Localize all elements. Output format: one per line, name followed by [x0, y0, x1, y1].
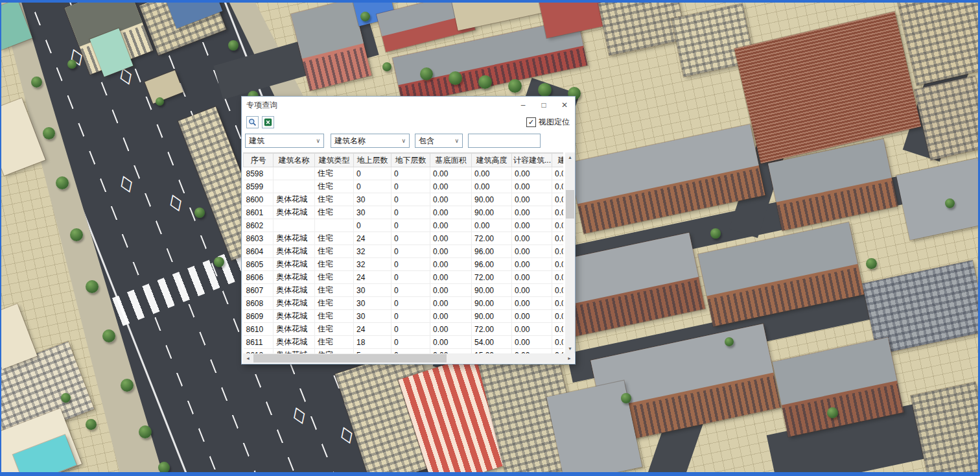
table-row[interactable]: 8610奥体花城住宅2400.0072.000.000.00: [244, 323, 564, 336]
tree: [121, 379, 134, 392]
dialog-titlebar[interactable]: 专项查询 – □ ✕: [242, 97, 575, 113]
table-cell: 0.00: [512, 284, 552, 297]
tree: [360, 12, 370, 21]
column-header[interactable]: 序号: [244, 154, 274, 167]
tree: [420, 67, 433, 80]
table-cell: 住宅: [315, 206, 354, 219]
view-locate-checkbox[interactable]: ✓ 视图定位: [526, 113, 570, 131]
table-cell: [274, 167, 315, 180]
table-cell: 奥体花城: [274, 310, 315, 323]
table-cell: 住宅: [315, 167, 354, 180]
table-cell: 72.00: [472, 323, 512, 336]
column-header[interactable]: 计容建筑...: [512, 154, 552, 167]
tree: [710, 228, 721, 239]
table-row[interactable]: 8608奥体花城住宅3000.0090.000.000.00: [244, 297, 564, 310]
table-cell: 0: [391, 271, 430, 284]
table-cell: 0.00: [512, 206, 552, 219]
results-grid: 序号建筑名称建筑类型地上层数地下层数基底面积建筑高度计容建筑...建8598住宅…: [243, 152, 563, 354]
scroll-up-icon[interactable]: ▲: [565, 152, 575, 162]
scroll-down-icon[interactable]: ▼: [565, 344, 575, 353]
tree: [382, 62, 391, 71]
table-cell: 奥体花城: [274, 232, 315, 245]
tree: [449, 71, 462, 85]
table-cell: 0.00: [512, 336, 552, 349]
table-cell: 0: [391, 167, 430, 180]
table-cell: 住宅: [315, 284, 354, 297]
maximize-button[interactable]: □: [533, 97, 554, 113]
scroll-left-icon[interactable]: ◄: [243, 353, 253, 363]
table-cell: 0.00: [472, 180, 512, 193]
tree: [621, 393, 631, 403]
column-header[interactable]: 建筑类型: [315, 154, 354, 167]
chevron-down-icon: ∨: [454, 137, 459, 144]
query-dialog: 专项查询 – □ ✕ ✓: [241, 96, 576, 364]
window-frame-left: [0, 0, 1, 476]
table-cell: [274, 180, 315, 193]
table-cell: 0.00: [552, 310, 564, 323]
operator-select[interactable]: 包含 ∨: [415, 134, 463, 148]
column-header[interactable]: 建筑名称: [274, 154, 315, 167]
table-row[interactable]: 8600奥体花城住宅3000.0090.000.000.00: [244, 193, 564, 206]
field-select[interactable]: 建筑名称 ∨: [331, 134, 410, 148]
table-cell: 72.00: [472, 232, 512, 245]
table-row[interactable]: 8602000.000.000.000.00: [244, 219, 564, 232]
table-cell: 0.00: [512, 323, 552, 336]
table-cell: 0.00: [552, 258, 564, 271]
column-header[interactable]: 基底面积: [430, 154, 472, 167]
column-header[interactable]: 地上层数: [354, 154, 391, 167]
column-header[interactable]: 建: [552, 154, 564, 167]
table-cell: 0.00: [512, 258, 552, 271]
horizontal-scrollbar[interactable]: ◄ ►: [243, 353, 574, 363]
table-cell: 90.00: [472, 206, 512, 219]
table-row[interactable]: 8603奥体花城住宅2400.0072.000.000.00: [244, 232, 564, 245]
filter-value-input[interactable]: [468, 134, 541, 148]
tree: [86, 419, 97, 430]
scroll-right-icon[interactable]: ►: [565, 353, 574, 363]
table-cell: 8609: [244, 310, 274, 323]
column-header[interactable]: 建筑高度: [472, 154, 512, 167]
table-row[interactable]: 8609奥体花城住宅3000.0090.000.000.00: [244, 310, 564, 323]
table-cell: 30: [354, 193, 391, 206]
table-row[interactable]: 8605奥体花城住宅3200.0096.000.000.00: [244, 258, 564, 271]
table-cell: 0.00: [512, 245, 552, 258]
table-row[interactable]: 8607奥体花城住宅3000.0090.000.000.00: [244, 284, 564, 297]
table-row[interactable]: 8598住宅000.000.000.000.00: [244, 167, 564, 180]
table-cell: 住宅: [315, 193, 354, 206]
table-cell: 0: [391, 310, 430, 323]
table-cell: 住宅: [315, 180, 354, 193]
magnifier-glyph: [248, 118, 257, 126]
tree: [214, 257, 224, 267]
table-cell: 0.00: [552, 271, 564, 284]
table-cell: 0.00: [472, 219, 512, 232]
table-row[interactable]: 8606奥体花城住宅2400.0072.000.000.00: [244, 271, 564, 284]
column-header[interactable]: 地下层数: [391, 154, 430, 167]
vertical-scrollbar[interactable]: ▲ ▼: [565, 152, 575, 353]
table-cell: 奥体花城: [274, 206, 315, 219]
table-cell: 0.00: [552, 206, 564, 219]
search-icon[interactable]: [246, 116, 259, 128]
table-cell: 0.00: [430, 193, 472, 206]
table-cell: 0: [391, 245, 430, 258]
table-cell: 8604: [244, 245, 274, 258]
tree: [70, 228, 83, 241]
table-row[interactable]: 8604奥体花城住宅3200.0096.000.000.00: [244, 245, 564, 258]
table-cell: 0: [354, 219, 391, 232]
category-select[interactable]: 建筑 ∨: [245, 134, 324, 148]
table-row[interactable]: 8611奥体花城住宅1800.0054.000.000.00: [244, 336, 564, 349]
check-glyph: ✓: [528, 119, 534, 126]
vertical-scroll-thumb[interactable]: [566, 190, 574, 219]
table-row[interactable]: 8601奥体花城住宅3000.0090.000.000.00: [244, 206, 564, 219]
3d-city-viewport[interactable]: ◇◇◇◇◇◇◇◇ 专项查询 – □ ✕: [0, 0, 980, 476]
tree: [156, 97, 164, 106]
close-button[interactable]: ✕: [554, 97, 575, 113]
table-cell: 0.00: [472, 167, 512, 180]
minimize-button[interactable]: –: [513, 97, 533, 113]
table-cell: 0.00: [430, 284, 472, 297]
table-cell: 8608: [244, 297, 274, 310]
horizontal-scroll-thumb[interactable]: [253, 354, 447, 363]
tree: [538, 83, 552, 97]
table-row[interactable]: 8599住宅000.000.000.000.00: [244, 180, 564, 193]
excel-export-icon[interactable]: [262, 116, 274, 128]
view-locate-label: 视图定位: [539, 117, 570, 128]
window-frame-top: [0, 0, 980, 3]
